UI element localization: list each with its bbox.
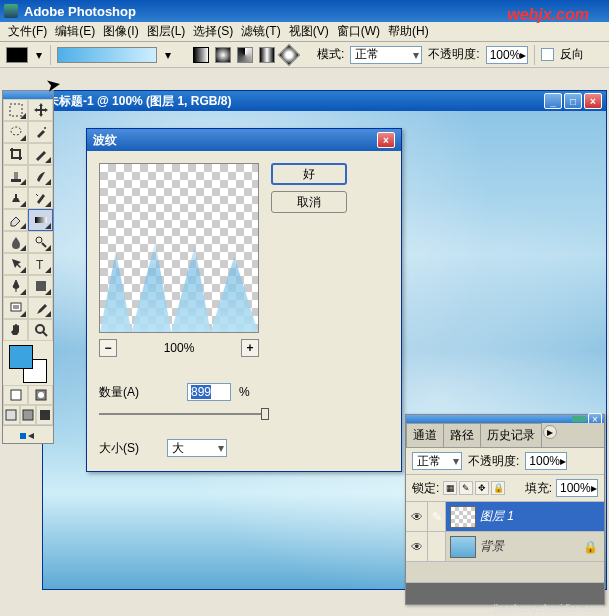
healing-brush-tool[interactable] [3, 165, 28, 187]
layer-thumbnail[interactable] [450, 506, 476, 528]
tab-paths[interactable]: 路径 [443, 423, 481, 447]
lock-position-icon[interactable]: ✥ [475, 481, 489, 495]
slice-tool[interactable] [28, 143, 53, 165]
menu-edit[interactable]: 编辑(E) [51, 21, 99, 42]
standard-mode-button[interactable] [3, 385, 28, 405]
notes-tool[interactable] [3, 297, 28, 319]
gradient-preview[interactable] [57, 47, 157, 63]
visibility-icon[interactable]: 👁 [406, 502, 428, 531]
doc-maximize-button[interactable]: □ [564, 93, 582, 109]
gradient-dropdown[interactable]: ▾ [163, 48, 173, 62]
brush-tool[interactable] [28, 165, 53, 187]
blur-tool[interactable] [3, 231, 28, 253]
filter-preview[interactable] [99, 163, 259, 333]
screen-standard-button[interactable] [3, 405, 20, 425]
dodge-tool[interactable] [28, 231, 53, 253]
zoom-in-button[interactable]: + [241, 339, 259, 357]
lock-all-icon[interactable]: 🔒 [491, 481, 505, 495]
lock-transparency-icon[interactable]: ▦ [443, 481, 457, 495]
menu-filter[interactable]: 滤镜(T) [237, 21, 284, 42]
svg-rect-0 [10, 104, 22, 116]
svg-text:T: T [36, 258, 44, 272]
path-select-tool[interactable] [3, 253, 28, 275]
quickmask-mode-button[interactable] [28, 385, 53, 405]
layer-row-background[interactable]: 👁 背景 🔒 [406, 532, 604, 562]
layer-blend-select[interactable]: 正常 [412, 452, 462, 470]
amount-unit: % [239, 385, 250, 399]
screen-full-button[interactable] [36, 405, 53, 425]
panel-menu-button[interactable]: ▸ [543, 425, 557, 439]
size-select[interactable]: 大 [167, 439, 227, 457]
zoom-tool[interactable] [28, 319, 53, 341]
layer-row-1[interactable]: 👁 ✎ 图层 1 [406, 502, 604, 532]
cancel-button[interactable]: 取消 [271, 191, 347, 213]
eraser-tool[interactable] [3, 209, 28, 231]
menu-select[interactable]: 选择(S) [189, 21, 237, 42]
reverse-checkbox[interactable] [541, 48, 554, 61]
layer-list: 👁 ✎ 图层 1 👁 背景 🔒 [406, 502, 604, 582]
pen-tool[interactable] [3, 275, 28, 297]
doc-minimize-button[interactable]: _ [544, 93, 562, 109]
gradient-tool[interactable] [28, 209, 53, 231]
lock-paint-icon[interactable]: ✎ [459, 481, 473, 495]
menu-image[interactable]: 图像(I) [99, 21, 142, 42]
layer-thumbnail[interactable] [450, 536, 476, 558]
crop-tool[interactable] [3, 143, 28, 165]
eyedropper-tool[interactable] [28, 297, 53, 319]
fill-label: 填充: [525, 480, 552, 497]
menu-window[interactable]: 窗口(W) [333, 21, 384, 42]
link-cell[interactable]: ✎ [428, 502, 446, 531]
fill-input[interactable]: 100%▸ [556, 479, 598, 497]
panel-minimize-icon[interactable] [572, 416, 586, 422]
color-swatches [3, 341, 53, 385]
gradient-reflected-button[interactable] [259, 47, 275, 63]
menu-layer[interactable]: 图层(L) [143, 21, 190, 42]
jump-to-button[interactable] [3, 425, 53, 443]
menu-help[interactable]: 帮助(H) [384, 21, 433, 42]
document-title: 未标题-1 @ 100% (图层 1, RGB/8) [47, 93, 544, 110]
foreground-color-swatch[interactable] [9, 345, 33, 369]
zoom-out-button[interactable]: − [99, 339, 117, 357]
magic-wand-tool[interactable] [28, 121, 53, 143]
document-titlebar[interactable]: 未标题-1 @ 100% (图层 1, RGB/8) _ □ × [43, 91, 606, 111]
panel-grip[interactable]: × [406, 415, 604, 423]
menu-view[interactable]: 视图(V) [285, 21, 333, 42]
gradient-linear-button[interactable] [193, 47, 209, 63]
screen-fullmenu-button[interactable] [20, 405, 37, 425]
gradient-radial-button[interactable] [215, 47, 231, 63]
blend-mode-select[interactable]: 正常 [350, 46, 422, 64]
ok-button[interactable]: 好 [271, 163, 347, 185]
mode-label: 模式: [317, 46, 344, 63]
gradient-diamond-button[interactable] [278, 43, 301, 66]
svg-rect-15 [23, 410, 33, 420]
layer-name: 背景 [480, 538, 504, 555]
marquee-tool[interactable] [3, 99, 28, 121]
amount-input[interactable]: 899 [187, 383, 231, 401]
history-brush-tool[interactable] [28, 187, 53, 209]
svg-point-6 [36, 237, 42, 243]
clone-stamp-tool[interactable] [3, 187, 28, 209]
lasso-tool[interactable] [3, 121, 28, 143]
toolbox-grip[interactable] [3, 91, 53, 99]
opacity-input[interactable]: 100%▸ [486, 46, 528, 64]
hand-tool[interactable] [3, 319, 28, 341]
gradient-angle-button[interactable] [237, 47, 253, 63]
tab-history[interactable]: 历史记录 [480, 423, 542, 447]
move-tool[interactable] [28, 99, 53, 121]
amount-slider[interactable] [99, 407, 269, 421]
menu-file[interactable]: 文件(F) [4, 21, 51, 42]
dialog-close-button[interactable]: × [377, 132, 395, 148]
tool-preset-dropdown[interactable]: ▾ [34, 48, 44, 62]
shape-tool[interactable] [28, 275, 53, 297]
layer-opacity-input[interactable]: 100%▸ [525, 452, 567, 470]
layer-opacity-label: 不透明度: [468, 453, 519, 470]
lock-indicator-icon: 🔒 [583, 540, 598, 554]
tool-preset-swatch[interactable] [6, 47, 28, 63]
doc-close-button[interactable]: × [584, 93, 602, 109]
dialog-titlebar[interactable]: 波纹 × [87, 129, 401, 151]
tab-channels[interactable]: 通道 [406, 423, 444, 447]
svg-rect-5 [35, 217, 47, 223]
visibility-icon[interactable]: 👁 [406, 532, 428, 561]
type-tool[interactable]: T [28, 253, 53, 275]
link-cell[interactable] [428, 532, 446, 561]
